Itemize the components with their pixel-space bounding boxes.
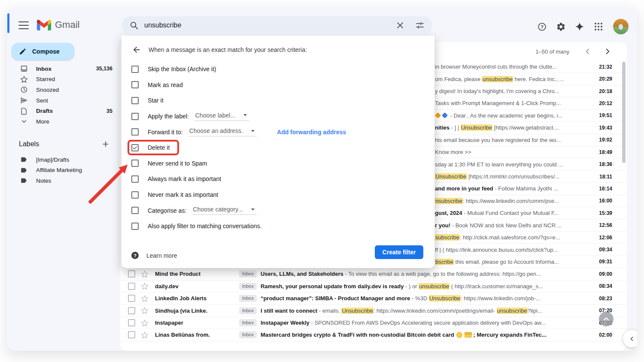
highlighted-text: Unsubscribe xyxy=(461,124,492,131)
snippet-text: and more in your feed xyxy=(435,185,493,192)
snippet-text: y digest! In today's highlight, I'm cove… xyxy=(435,88,559,94)
sidebar-item-label: Snoozed xyxy=(36,87,59,93)
filter-option-categorise-as: Categorise as:Choose category... xyxy=(122,202,434,218)
search-input[interactable]: unsubscribe xyxy=(144,21,395,29)
sidebar-item-more[interactable]: More xyxy=(10,116,118,127)
sidebar-item-sent[interactable]: Sent xyxy=(10,95,118,106)
star-icon[interactable] xyxy=(141,295,149,302)
side-panel-toggle-button[interactable] xyxy=(623,330,637,347)
filter-option-dropdown[interactable]: Choose category... xyxy=(192,206,256,215)
filter-option-checkbox[interactable] xyxy=(131,128,139,136)
sidebar-label-text: Affiliate Marketing xyxy=(36,167,82,173)
sidebar-item-snoozed[interactable]: Snoozed xyxy=(10,84,118,95)
filter-option-label: Mark as read xyxy=(148,81,183,88)
filter-option-always-mark-it-as-important: Always mark it as important xyxy=(122,171,434,187)
snippet-text: sday at 1:30 PM ET to learn everything y… xyxy=(435,161,563,168)
email-row[interactable]: Mind the ProductInboxUsers, LLMs, and St… xyxy=(120,268,627,280)
learn-more-link[interactable]: ? Learn more xyxy=(131,252,177,259)
search-bar[interactable]: unsubscribe xyxy=(122,16,432,34)
filter-option-checkbox[interactable] xyxy=(131,66,139,73)
email-snippet: Ramesh, your personal update from daily.… xyxy=(261,283,594,290)
email-snippet: his email because you have registered fo… xyxy=(435,137,594,143)
snippet-text: Users, LLMs, and Stakeholders xyxy=(261,271,343,277)
filter-option-checkbox[interactable] xyxy=(131,144,139,151)
snippet-text: r you! xyxy=(435,222,450,229)
sidebar-item-inbox[interactable]: Inbox35,136 xyxy=(10,63,118,74)
filter-option-checkbox[interactable] xyxy=(131,81,139,88)
filter-option-checkbox[interactable] xyxy=(131,97,139,104)
email-row[interactable]: daily.devInboxRamesh, your personal upda… xyxy=(120,281,627,293)
gmail-m-icon xyxy=(37,20,51,30)
row-checkbox[interactable] xyxy=(128,295,135,302)
row-checkbox[interactable] xyxy=(128,270,135,278)
filter-option-label: Always mark it as important xyxy=(148,175,221,182)
filter-option-checkbox[interactable] xyxy=(131,191,139,199)
compose-button[interactable]: Compose xyxy=(12,43,74,60)
back-arrow-icon[interactable] xyxy=(132,45,141,54)
star-icon[interactable] xyxy=(141,282,149,290)
star-icon[interactable] xyxy=(141,319,149,327)
gemini-star-icon[interactable] xyxy=(574,21,585,32)
snippet-text: [https://www.getabstract.... xyxy=(492,124,559,131)
older-page-icon[interactable] xyxy=(603,47,612,56)
star-icon[interactable] xyxy=(141,307,149,314)
sidebar-label-imap-drafts[interactable]: [Imap]/Drafts xyxy=(10,154,118,165)
sidebar-item-drafts[interactable]: Drafts35 xyxy=(10,106,118,116)
email-snippet: Unsubscribe [https://t.mmtrkr.com/unsubs… xyxy=(435,173,594,180)
row-time: 19:51 xyxy=(599,112,612,118)
highlighted-text: unsubscribe xyxy=(419,283,450,290)
sidebar-label-notes[interactable]: Notes xyxy=(10,175,118,186)
help-icon[interactable]: ? xyxy=(537,21,547,32)
create-filter-button[interactable]: Create filter xyxy=(375,245,423,259)
sidebar-item-count: 35 xyxy=(106,108,112,114)
filter-option-dropdown[interactable]: Choose label... xyxy=(194,112,249,121)
search-options-icon[interactable] xyxy=(415,21,425,30)
row-time: 09:34 xyxy=(599,247,612,253)
row-checkbox[interactable] xyxy=(128,283,135,290)
email-row[interactable]: Sindhuja (via Linke.InboxI still want to… xyxy=(120,305,627,317)
row-checkbox[interactable] xyxy=(128,319,135,326)
snippet-text: - SPONSORED From AWS DevOps Accelerating… xyxy=(310,320,546,326)
filter-option-dropdown[interactable]: Choose an address. xyxy=(188,127,257,136)
email-row[interactable]: LinkedIn Job AlertsInbox“product manager… xyxy=(120,293,627,305)
gmail-logo[interactable]: Gmail xyxy=(37,19,79,30)
highlighted-text: Unsubscribe xyxy=(341,308,373,314)
highlighted-text: bscribe xyxy=(435,259,454,265)
filter-option-checkbox[interactable] xyxy=(131,175,139,183)
highlighted-text: Unsubscribe xyxy=(429,295,461,302)
create-label-plus-icon[interactable] xyxy=(101,140,110,148)
add-forwarding-address-link[interactable]: Add forwarding address xyxy=(277,129,346,136)
scroll-top-button[interactable] xyxy=(599,312,614,326)
star-icon[interactable] xyxy=(141,270,149,278)
filter-option-checkbox[interactable] xyxy=(131,223,139,230)
email-snippet: nsubscribe: https://www.linkedin.com/com… xyxy=(435,198,594,204)
email-row[interactable]: Linas Beliūnas from.InboxMastercard brid… xyxy=(120,329,627,341)
inbox-chip: Inbox xyxy=(239,295,257,302)
star-icon[interactable] xyxy=(141,331,149,339)
sidebar-label-affiliate-marketing[interactable]: Affiliate Marketing xyxy=(10,165,118,176)
scrollbar-thumb[interactable] xyxy=(622,62,626,163)
sidebar-labels: [Imap]/DraftsAffiliate MarketingNotes xyxy=(10,154,118,186)
hamburger-menu-icon[interactable] xyxy=(18,21,29,29)
email-row[interactable]: InstapaperInboxInstapaper Weekly - SPONS… xyxy=(120,317,627,329)
filter-option-checkbox[interactable] xyxy=(131,113,139,120)
send-icon xyxy=(20,97,28,104)
filter-option-label: Forward it to: xyxy=(148,129,183,136)
filter-options: Skip the Inbox (Archive it)Mark as readS… xyxy=(122,61,434,234)
newer-page-icon[interactable] xyxy=(583,47,592,56)
sidebar-item-starred[interactable]: Starred xyxy=(10,74,118,85)
snippet-text: ; Mercury expands FinTec... xyxy=(473,332,546,338)
filter-option-checkbox[interactable] xyxy=(131,160,139,167)
row-checkbox[interactable] xyxy=(128,307,135,314)
clear-search-icon[interactable] xyxy=(395,21,405,30)
snippet-text: ( http://track.customer.io/manage_s... xyxy=(450,283,543,290)
highlighted-text: unsubscribe xyxy=(482,76,513,82)
row-checkbox[interactable] xyxy=(128,331,135,338)
settings-gear-icon[interactable] xyxy=(556,21,566,32)
filter-option-label: Also apply filter to matching conversati… xyxy=(148,223,261,229)
filter-option-checkbox[interactable] xyxy=(131,207,139,214)
apps-grid-icon[interactable] xyxy=(593,21,604,32)
avatar[interactable] xyxy=(613,19,629,34)
pencil-icon xyxy=(19,48,27,55)
filter-option-star-it: Star it xyxy=(122,93,434,109)
